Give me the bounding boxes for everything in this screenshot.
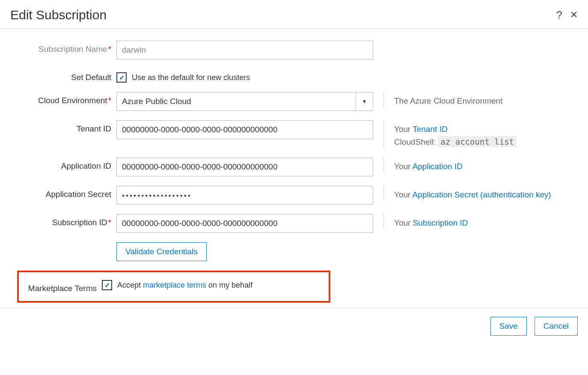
validate-credentials-button[interactable]: Validate Credentials [116,242,207,261]
help-icon[interactable]: ? [556,9,562,22]
edit-subscription-dialog: Edit Subscription ? ✕ Subscription Name*… [0,0,588,344]
form-area: Subscription Name* Set Default ✓ Use as … [0,29,588,308]
application-secret-input[interactable] [116,186,373,205]
set-default-checkbox[interactable]: ✓ [116,72,127,83]
marketplace-terms-highlight: Marketplace Terms ✓ Accept marketplace t… [17,271,330,303]
subscription-id-label: Subscription ID* [17,214,116,227]
set-default-label: Set Default [17,69,116,82]
application-secret-label: Application Secret [17,186,116,199]
subscription-name-label: Subscription Name* [17,41,116,54]
cancel-button[interactable]: Cancel [535,317,578,336]
cloudshell-code: az account list [438,136,517,147]
tenant-id-input[interactable] [116,120,373,139]
tenant-id-link[interactable]: Tenant ID [413,125,447,134]
tenant-id-hint: Your Tenant ID CloudShell: az account li… [383,120,517,148]
application-secret-hint: Your Application Secret (authentication … [383,186,551,201]
tenant-id-label: Tenant ID [17,120,116,134]
cloud-environment-label: Cloud Environment* [17,92,116,105]
close-icon[interactable]: ✕ [570,9,578,21]
marketplace-terms-label: Marketplace Terms [19,280,102,293]
application-id-link[interactable]: Application ID [413,162,463,171]
cloud-environment-hint: The Azure Cloud Environment [383,92,502,107]
application-id-label: Application ID [17,158,116,171]
dialog-title: Edit Subscription [10,8,107,22]
cloud-environment-select[interactable]: Azure Public Cloud ▼ [116,92,373,111]
subscription-id-link[interactable]: Subscription ID [413,218,468,227]
marketplace-terms-link[interactable]: marketplace terms [143,281,206,289]
application-id-hint: Your Application ID [383,158,463,173]
marketplace-terms-text: Accept marketplace terms on my behalf [117,281,252,290]
application-secret-link[interactable]: Application Secret (authentication key) [413,190,551,199]
marketplace-terms-checkbox[interactable]: ✓ [102,280,112,290]
cloud-environment-value: Azure Public Cloud [117,97,356,106]
subscription-id-input[interactable] [116,214,373,233]
subscription-name-input[interactable] [116,41,373,60]
dialog-footer: Save Cancel [0,308,588,344]
save-button[interactable]: Save [490,317,527,336]
application-id-input[interactable] [116,158,373,176]
dialog-header: Edit Subscription ? ✕ [0,0,588,29]
set-default-text: Use as the default for new clusters [132,73,250,82]
chevron-down-icon[interactable]: ▼ [356,92,373,110]
subscription-id-hint: Your Subscription ID [383,214,468,229]
